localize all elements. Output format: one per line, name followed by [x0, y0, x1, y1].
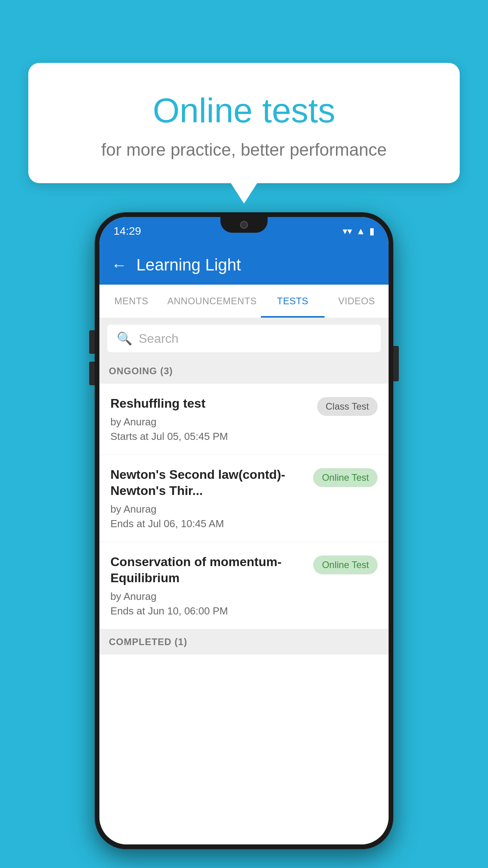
test-item[interactable]: Reshuffling test by Anurag Starts at Jul…: [99, 384, 389, 455]
notch: [220, 217, 268, 233]
bubble-title: Online tests: [52, 90, 436, 131]
app-bar-title: Learning Light: [136, 256, 241, 274]
test-item[interactable]: Conservation of momentum-Equilibrium by …: [99, 542, 389, 629]
tests-list: Reshuffling test by Anurag Starts at Jul…: [99, 384, 389, 844]
test-title: Conservation of momentum-Equilibrium: [110, 554, 307, 587]
test-time: Ends at Jul 06, 10:45 AM: [110, 518, 307, 530]
promo-bubble: Online tests for more practice, better p…: [28, 63, 460, 183]
tab-videos[interactable]: VIDEOS: [325, 285, 389, 318]
tabs-bar: MENTS ANNOUNCEMENTS TESTS VIDEOS: [99, 285, 389, 318]
app-bar: ← Learning Light: [99, 245, 389, 285]
search-box[interactable]: 🔍 Search: [107, 325, 381, 352]
test-item[interactable]: Newton's Second law(contd)-Newton's Thir…: [99, 455, 389, 542]
battery-icon: ▮: [369, 226, 374, 237]
test-title: Newton's Second law(contd)-Newton's Thir…: [110, 467, 307, 499]
status-time: 14:29: [114, 225, 141, 237]
tab-tests[interactable]: TESTS: [261, 285, 325, 318]
bubble-subtitle: for more practice, better performance: [52, 140, 436, 160]
signal-icon: ▲: [356, 226, 365, 237]
search-container: 🔍 Search: [99, 318, 389, 359]
test-time: Ends at Jun 10, 06:00 PM: [110, 605, 307, 617]
completed-section-header: COMPLETED (1): [99, 629, 389, 655]
status-bar: 14:29 ▾▾ ▲ ▮: [99, 217, 389, 245]
power-button: [393, 346, 399, 381]
search-icon: 🔍: [117, 331, 132, 346]
volume-down-button: [89, 362, 95, 385]
phone-frame: 14:29 ▾▾ ▲ ▮ ← Learning Light MENTS: [95, 212, 393, 849]
volume-up-button: [89, 330, 95, 354]
wifi-icon: ▾▾: [343, 226, 352, 237]
test-time: Starts at Jul 05, 05:45 PM: [110, 430, 311, 443]
test-author: by Anurag: [110, 416, 311, 428]
tab-announcements[interactable]: ANNOUNCEMENTS: [163, 285, 261, 318]
test-info: Reshuffling test by Anurag Starts at Jul…: [110, 395, 311, 443]
test-info: Conservation of momentum-Equilibrium by …: [110, 554, 307, 617]
test-badge-online: Online Test: [313, 555, 378, 574]
back-button[interactable]: ←: [111, 256, 127, 274]
test-title: Reshuffling test: [110, 395, 311, 412]
camera: [240, 221, 248, 229]
tab-ments[interactable]: MENTS: [99, 285, 163, 318]
test-badge-class: Class Test: [317, 397, 378, 416]
search-placeholder: Search: [139, 331, 178, 346]
status-icons: ▾▾ ▲ ▮: [343, 226, 374, 237]
test-author: by Anurag: [110, 503, 307, 515]
ongoing-section-header: ONGOING (3): [99, 359, 389, 384]
test-author: by Anurag: [110, 590, 307, 603]
test-info: Newton's Second law(contd)-Newton's Thir…: [110, 467, 307, 530]
test-badge-online: Online Test: [313, 468, 378, 487]
phone-screen: 14:29 ▾▾ ▲ ▮ ← Learning Light MENTS: [99, 217, 389, 844]
